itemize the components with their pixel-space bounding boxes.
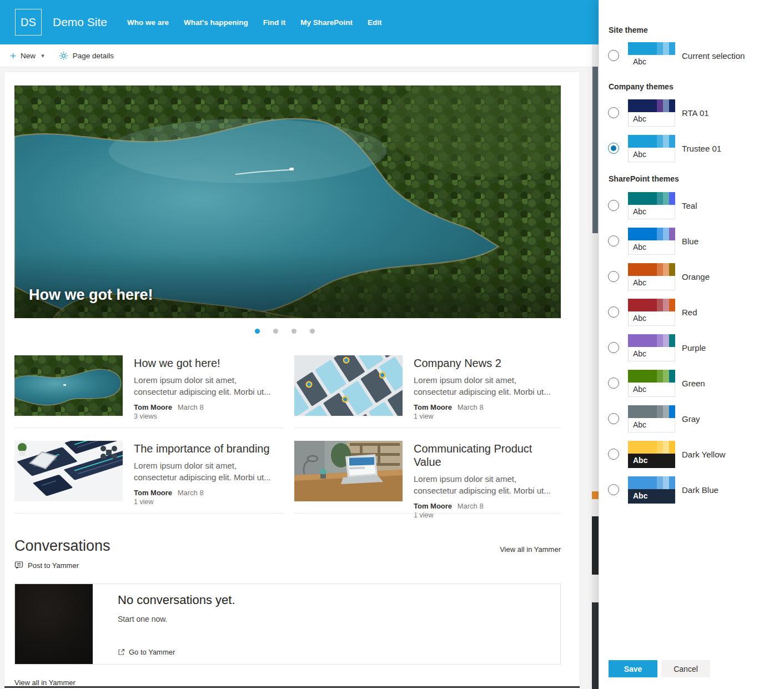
news-card-date: March 8 — [178, 403, 204, 411]
radio-button[interactable] — [608, 306, 619, 318]
post-to-yammer-label: Post to Yammer — [28, 561, 79, 570]
theme-option-blue[interactable]: Abc Blue — [608, 227, 698, 255]
radio-button[interactable] — [608, 50, 619, 61]
radio-button[interactable] — [608, 200, 619, 211]
nav-who-we-are[interactable]: Who we are — [127, 18, 169, 27]
swatch-color — [663, 476, 669, 489]
page-details-label: Page details — [73, 52, 114, 60]
news-card[interactable]: How we got here! Lorem ipsum dolor sit a… — [14, 355, 283, 420]
hero-image[interactable] — [14, 86, 561, 318]
swatch-abc-sample: Abc — [628, 112, 675, 127]
swatch-color — [663, 441, 669, 454]
theme-swatch: Abc — [628, 99, 675, 127]
news-card-views: 1 view — [414, 511, 561, 519]
news-card[interactable]: The importance of branding Lorem ipsum d… — [14, 441, 283, 506]
radio-dot — [611, 309, 616, 315]
swatch-color — [657, 476, 663, 489]
view-all-yammer-link[interactable]: View all in Yammer — [450, 545, 561, 554]
new-button[interactable]: + New ▾ — [10, 51, 44, 61]
nav-find-it[interactable]: Find it — [263, 18, 286, 27]
swatch-abc-sample: Abc — [628, 276, 675, 290]
theme-option-current-selection[interactable]: Abc Current selection — [608, 42, 745, 69]
news-card-author: Tom Moore — [414, 403, 452, 411]
news-card[interactable]: Communicating Product Value Lorem ipsum … — [294, 441, 561, 519]
radio-dot — [611, 203, 616, 208]
nav-my-sharepoint[interactable]: My SharePoint — [300, 18, 353, 27]
news-card-title[interactable]: The importance of branding — [134, 442, 279, 455]
top-navigation: Who we are What's happening Find it My S… — [127, 18, 382, 27]
radio-dot — [611, 238, 616, 244]
theme-option-rta-01[interactable]: Abc RTA 01 — [608, 99, 709, 127]
swatch-color — [669, 370, 675, 383]
news-card-text: How we got here! Lorem ipsum dolor sit a… — [134, 355, 279, 420]
card-divider — [14, 428, 283, 428]
site-title[interactable]: Demo Site — [53, 16, 107, 29]
swatch-abc-sample: Abc — [628, 489, 675, 504]
theme-option-green[interactable]: Abc Green — [608, 369, 705, 397]
news-card-byline: Tom Moore March 8 — [414, 403, 559, 411]
card-divider — [294, 428, 561, 428]
go-to-yammer-link[interactable]: Go to Yammer — [118, 648, 175, 656]
plus-icon: + — [10, 51, 16, 61]
nav-whats-happening[interactable]: What's happening — [184, 18, 248, 27]
radio-dot — [611, 487, 616, 492]
swatch-abc-sample: Abc — [628, 148, 675, 162]
theme-option-teal[interactable]: Abc Teal — [608, 192, 697, 219]
swatch-color — [657, 441, 663, 454]
news-card-text: The importance of branding Lorem ipsum d… — [134, 441, 279, 506]
swatch-color — [663, 370, 669, 383]
theme-swatch: Abc — [628, 476, 675, 504]
radio-button[interactable] — [608, 235, 619, 247]
theme-option-dark-blue[interactable]: Abc Dark Blue — [608, 476, 718, 504]
change-the-look-panel: Site theme Abc Current selection Company… — [599, 0, 784, 689]
news-card[interactable]: Company News 2 Lorem ipsum dolor sit ame… — [294, 355, 561, 420]
theme-option-gray[interactable]: Abc Gray — [608, 405, 700, 432]
theme-option-dark-yellow[interactable]: Abc Dark Yellow — [608, 440, 725, 468]
news-card-author: Tom Moore — [134, 403, 172, 411]
save-button[interactable]: Save — [609, 660, 657, 677]
swatch-color — [669, 441, 675, 454]
theme-option-purple[interactable]: Abc Purple — [608, 334, 706, 361]
theme-option-red[interactable]: Abc Red — [608, 298, 697, 326]
theme-option-trustee-01[interactable]: Abc Trustee 01 — [608, 134, 721, 162]
news-card-title[interactable]: Company News 2 — [414, 356, 559, 370]
swatch-color — [628, 476, 657, 489]
hero-title[interactable]: How we got here! — [29, 286, 153, 304]
theme-swatch: Abc — [628, 334, 675, 361]
radio-button[interactable] — [608, 143, 619, 154]
radio-button[interactable] — [608, 378, 619, 389]
page-scrollbar-thumb[interactable] — [592, 67, 598, 233]
carousel-dot-4[interactable] — [310, 329, 315, 334]
radio-dot — [611, 53, 616, 58]
post-to-yammer-button[interactable]: Post to Yammer — [14, 561, 79, 570]
news-card-title[interactable]: Communicating Product Value — [414, 442, 561, 469]
view-all-yammer-footer-link[interactable]: View all in Yammer — [14, 678, 76, 687]
radio-dot — [611, 416, 616, 421]
cancel-button[interactable]: Cancel — [661, 660, 710, 677]
radio-button[interactable] — [608, 449, 619, 460]
swatch-color — [663, 192, 669, 205]
theme-label: Trustee 01 — [682, 144, 721, 153]
radio-button[interactable] — [608, 107, 619, 118]
theme-option-orange[interactable]: Abc Orange — [608, 263, 710, 290]
news-card-text: Company News 2 Lorem ipsum dolor sit ame… — [414, 355, 559, 420]
carousel-dot-1[interactable] — [255, 329, 260, 334]
carousel-dot-2[interactable] — [273, 329, 278, 334]
swatch-color — [669, 405, 675, 418]
nav-edit[interactable]: Edit — [368, 18, 382, 27]
theme-label: Current selection — [682, 51, 745, 61]
theme-swatch: Abc — [628, 263, 675, 290]
radio-button[interactable] — [608, 342, 619, 353]
swatch-color — [663, 135, 669, 148]
radio-button[interactable] — [608, 413, 619, 424]
news-card-author: Tom Moore — [414, 502, 452, 510]
carousel-dot-3[interactable] — [292, 329, 296, 334]
site-logo[interactable]: DS — [15, 9, 42, 36]
page-details-button[interactable]: Page details — [59, 51, 114, 61]
news-card-thumbnail — [14, 355, 123, 416]
news-card-title[interactable]: How we got here! — [134, 356, 279, 370]
radio-button[interactable] — [608, 484, 619, 495]
radio-button[interactable] — [608, 271, 619, 282]
theme-label: Dark Yellow — [682, 450, 725, 459]
background-content-sliver — [592, 602, 599, 689]
